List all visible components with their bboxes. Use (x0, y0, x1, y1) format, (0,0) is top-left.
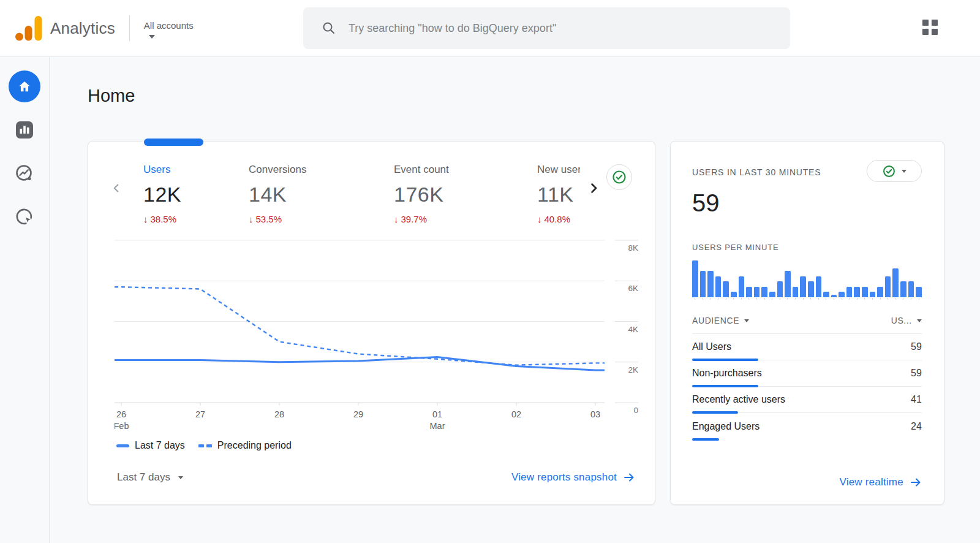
metric-value: 14K (249, 183, 394, 207)
per-minute-bar (707, 271, 714, 297)
per-minute-bar (739, 276, 745, 297)
per-minute-bar (854, 287, 860, 297)
per-minute-bar (816, 276, 822, 297)
audience-name: All Users (692, 341, 731, 352)
per-minute-bar (746, 287, 752, 297)
left-navigation (0, 57, 50, 543)
metric-label: Event count (394, 164, 537, 176)
page-title: Home (88, 86, 980, 106)
explore-icon (13, 162, 36, 184)
chevron-down-icon (744, 319, 749, 322)
metric-value: 176K (394, 183, 537, 207)
per-minute-bar (870, 292, 876, 297)
per-minute-bar (723, 281, 729, 297)
top-bar: Analytics All accounts (0, 0, 980, 57)
overview-card: Users12K↓38.5%Conversions14K↓53.5%Event … (88, 141, 655, 505)
analytics-logo-icon (14, 14, 42, 42)
svg-text:Feb: Feb (115, 421, 129, 431)
per-minute-bar (692, 260, 698, 297)
app-name: Analytics (50, 19, 115, 38)
per-minute-bar (892, 268, 899, 297)
column-label: US... (891, 316, 912, 325)
sidebar-item-explore[interactable] (9, 158, 40, 189)
column-label: AUDIENCE (692, 316, 739, 325)
link-label: View reports snapshot (511, 471, 617, 484)
per-minute-bar (715, 276, 722, 297)
per-minute-bar (839, 292, 845, 297)
per-minute-bar (916, 287, 922, 297)
metric-delta: ↓53.5% (249, 214, 394, 224)
metric-tab-new-users[interactable]: New users11K↓40.8% (537, 164, 580, 224)
audience-row-recently-active-users: Recently active users41 (692, 387, 922, 413)
overview-card-footer: Last 7 days View reports snapshot (88, 471, 655, 504)
per-minute-bar (823, 292, 829, 297)
per-minute-bar (877, 287, 883, 297)
per-minute-bar (900, 281, 907, 297)
legend-item-preceding-period: Preceding period (198, 440, 292, 451)
svg-text:02: 02 (511, 409, 521, 419)
metric-value: 11K (537, 183, 580, 207)
audience-name: Recently active users (692, 394, 785, 405)
svg-text:6K: 6K (628, 284, 638, 293)
chevron-down-icon (149, 35, 155, 39)
line-series-preceding-period (115, 287, 605, 365)
chart-legend: Last 7 days Preceding period (116, 440, 655, 451)
svg-text:Mar: Mar (430, 421, 445, 431)
users-column-header[interactable]: US... (891, 316, 922, 325)
advertising-icon (13, 206, 36, 228)
date-range-selector[interactable]: Last 7 days (117, 471, 183, 484)
arrow-down-icon: ↓ (537, 214, 542, 224)
per-minute-bar (754, 287, 760, 297)
audience-row-non-purchasers: Non-purchasers59 (692, 360, 922, 387)
main-content: Home Users12K↓38.5%Conversions14K↓53.5%E… (50, 57, 980, 543)
check-circle-icon (882, 164, 896, 178)
chevron-left-icon (110, 181, 123, 195)
search-input[interactable] (349, 22, 790, 35)
per-minute-bar (777, 281, 783, 297)
date-range-label: Last 7 days (117, 471, 170, 484)
per-minute-bar (908, 281, 914, 297)
chevron-down-icon (917, 319, 922, 322)
dashed-line-swatch (198, 444, 212, 447)
bar-chart-icon (14, 120, 35, 140)
metric-tab-conversions[interactable]: Conversions14K↓53.5% (249, 164, 394, 224)
per-minute-bar (793, 287, 799, 297)
account-selector[interactable]: All accounts (144, 18, 194, 39)
realtime-card: USERS IN LAST 30 MINUTES 59 USERS PER MI… (670, 141, 944, 505)
metric-tab-users[interactable]: Users12K↓38.5% (143, 164, 249, 224)
apps-grid-icon[interactable] (922, 20, 941, 38)
metric-delta: ↓40.8% (537, 214, 580, 224)
chevron-right-icon (586, 181, 601, 196)
svg-text:29: 29 (353, 409, 363, 419)
legend-label: Last 7 days (135, 440, 185, 451)
svg-text:01: 01 (432, 409, 442, 419)
analytics-logo[interactable]: Analytics (14, 14, 115, 42)
link-label: View realtime (839, 476, 903, 488)
bar-chart-ticks (692, 298, 922, 300)
metric-tab-event-count[interactable]: Event count176K↓39.7% (394, 164, 537, 224)
audience-column-header[interactable]: AUDIENCE (692, 316, 749, 325)
view-realtime-link[interactable]: View realtime (839, 476, 921, 488)
chevron-down-icon (178, 476, 183, 479)
audience-user-count: 59 (911, 341, 922, 352)
view-reports-snapshot-link[interactable]: View reports snapshot (511, 471, 635, 484)
realtime-header: USERS IN LAST 30 MINUTES (692, 160, 922, 182)
users-last-30-min-value: 59 (692, 189, 922, 217)
data-quality-button[interactable] (606, 164, 632, 190)
metrics-scroll-left-button[interactable] (104, 164, 129, 213)
line-chart-svg: 02K4K6K8K26Feb27282901Mar0203 (115, 233, 638, 434)
search-bar[interactable] (303, 7, 790, 49)
arrow-down-icon: ↓ (394, 214, 399, 224)
metric-label: Conversions (249, 164, 394, 176)
per-minute-bar (846, 287, 853, 297)
audience-table-header: AUDIENCE US... (692, 316, 922, 334)
sidebar-item-home[interactable] (9, 70, 40, 102)
legend-label: Preceding period (217, 440, 292, 451)
sidebar-item-advertising[interactable] (9, 201, 40, 233)
audience-table-body: All Users59Non-purchasers59Recently acti… (692, 334, 922, 439)
realtime-status-dropdown[interactable] (867, 160, 922, 182)
metrics-scroll-right-button[interactable] (580, 164, 607, 213)
selected-metric-tab-indicator (144, 139, 203, 146)
sidebar-item-reports[interactable] (9, 114, 40, 146)
audience-row-engaged-users: Engaged Users24 (692, 413, 922, 439)
